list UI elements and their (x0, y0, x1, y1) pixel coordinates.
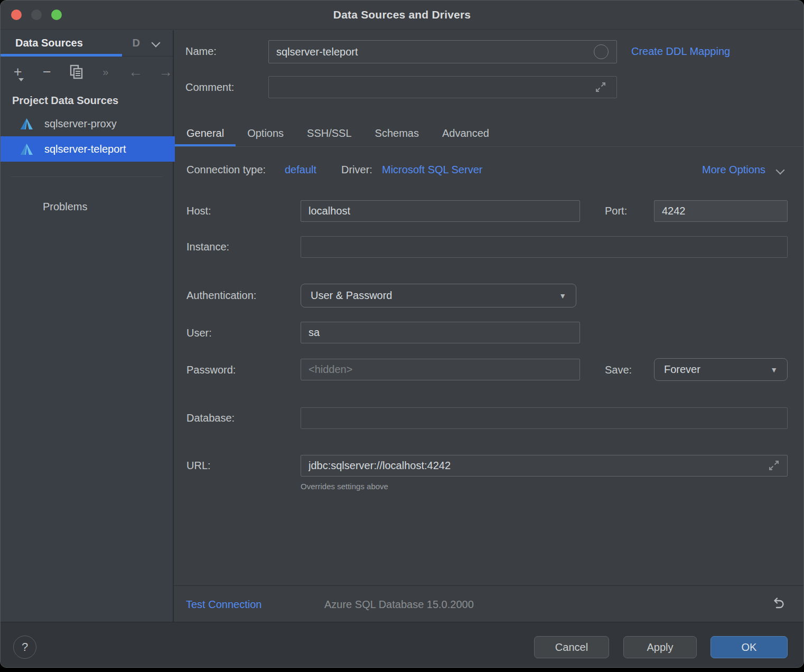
chevron-down-icon[interactable] (776, 166, 785, 175)
name-input[interactable] (268, 40, 617, 63)
comment-input[interactable] (268, 76, 617, 98)
sidebar-item-label: sqlserver-proxy (44, 118, 117, 130)
expand-icon[interactable] (594, 81, 607, 94)
cancel-button[interactable]: Cancel (534, 636, 609, 658)
sidebar-tab-bar: Data Sources D (1, 30, 173, 57)
help-button[interactable]: ? (13, 636, 36, 659)
tab-data-sources[interactable]: Data Sources (15, 37, 83, 49)
active-tab-underline (1, 54, 122, 57)
project-data-sources-header: Project Data Sources (12, 95, 173, 107)
arrow-right-icon: → (158, 65, 173, 79)
tab-ssh-ssl[interactable]: SSH/SSL (295, 119, 363, 147)
minus-icon: − (43, 65, 51, 79)
dropdown-arrow-icon: ▼ (559, 292, 566, 300)
sidebar-item-sqlserver-teleport[interactable]: sqlserver-teleport (1, 136, 175, 162)
test-connection-link[interactable]: Test Connection (186, 599, 261, 611)
tab-advanced[interactable]: Advanced (431, 119, 501, 147)
save-label: Save: (605, 364, 632, 376)
tab-schemas[interactable]: Schemas (363, 119, 431, 147)
dropdown-caret-icon (18, 78, 24, 81)
plus-icon: + (14, 65, 22, 79)
more-options-link[interactable]: More Options (702, 164, 765, 176)
duplicate-icon (70, 64, 83, 79)
dropdown-arrow-icon: ▼ (770, 366, 778, 374)
sidebar-toolbar: + − » ← → (1, 57, 173, 87)
connection-type-label: Connection type: (186, 164, 266, 176)
expand-icon[interactable] (768, 459, 780, 472)
driver-label: Driver: (341, 164, 372, 176)
create-ddl-mapping-link[interactable]: Create DDL Mapping (631, 45, 730, 58)
ok-button[interactable]: OK (710, 636, 788, 658)
back-button[interactable]: ← (128, 63, 143, 80)
authentication-label: Authentication: (186, 290, 256, 302)
title-bar: Data Sources and Drivers (1, 1, 803, 30)
database-label: Database: (186, 412, 235, 424)
forward-button[interactable]: → (158, 63, 173, 80)
save-value: Forever (664, 363, 700, 376)
azure-icon (20, 117, 34, 130)
url-caption: Overrides settings above (301, 482, 388, 491)
question-mark-icon: ? (22, 640, 28, 654)
tab-options[interactable]: Options (236, 119, 295, 147)
double-chevron-icon: » (102, 67, 109, 77)
apply-button[interactable]: Apply (623, 636, 697, 658)
user-label: User: (186, 327, 212, 339)
instance-input[interactable] (301, 236, 788, 258)
host-label: Host: (186, 205, 211, 217)
connection-type-value-link[interactable]: default (285, 164, 316, 176)
duplicate-data-source-button[interactable] (70, 63, 83, 80)
sidebar-separator (11, 176, 162, 177)
add-data-source-button[interactable]: + (11, 63, 24, 80)
name-label: Name: (185, 45, 217, 58)
sidebar-item-sqlserver-proxy[interactable]: sqlserver-proxy (1, 111, 173, 136)
tab-general[interactable]: General (175, 119, 236, 147)
tab-drivers-partial[interactable]: D (133, 37, 140, 49)
zoom-window-button[interactable] (51, 10, 62, 20)
close-window-button[interactable] (11, 10, 22, 20)
instance-label: Instance: (186, 241, 229, 253)
chevron-down-icon[interactable] (152, 39, 161, 48)
undo-icon[interactable] (771, 596, 786, 611)
window-title: Data Sources and Drivers (333, 8, 471, 21)
azure-icon (20, 143, 34, 156)
sidebar-splitter[interactable] (173, 30, 174, 622)
user-input[interactable] (301, 322, 580, 343)
url-label: URL: (186, 460, 211, 472)
database-input[interactable] (301, 407, 788, 429)
port-label: Port: (605, 205, 627, 217)
loading-circle-icon (594, 44, 609, 59)
footer-divider (174, 585, 803, 586)
traffic-lights (11, 10, 62, 20)
password-input[interactable] (301, 359, 580, 380)
authentication-select[interactable]: User & Password ▼ (301, 284, 576, 307)
data-sources-dialog: Data Sources and Drivers Data Sources D … (0, 0, 804, 668)
sidebar-item-problems[interactable]: Problems (1, 195, 173, 218)
driver-value-link[interactable]: Microsoft SQL Server (382, 164, 482, 176)
save-select[interactable]: Forever ▼ (654, 358, 788, 381)
sidebar: Data Sources D + − (1, 30, 173, 622)
tab-bar-divider (174, 146, 803, 147)
settings-tab-bar: General Options SSH/SSL Schemas Advanced (175, 119, 501, 147)
password-label: Password: (186, 364, 236, 376)
host-input[interactable] (301, 200, 580, 222)
arrow-left-icon: ← (128, 65, 143, 79)
minimize-window-button[interactable] (31, 10, 42, 20)
server-version-text: Azure SQL Database 15.0.2000 (324, 599, 474, 611)
authentication-value: User & Password (311, 290, 392, 302)
port-input[interactable] (654, 200, 788, 222)
comment-label: Comment: (185, 81, 234, 94)
more-actions-button[interactable]: » (99, 63, 113, 80)
remove-data-source-button[interactable]: − (40, 63, 53, 80)
sidebar-item-label: sqlserver-teleport (44, 143, 126, 155)
url-input[interactable] (301, 455, 788, 477)
